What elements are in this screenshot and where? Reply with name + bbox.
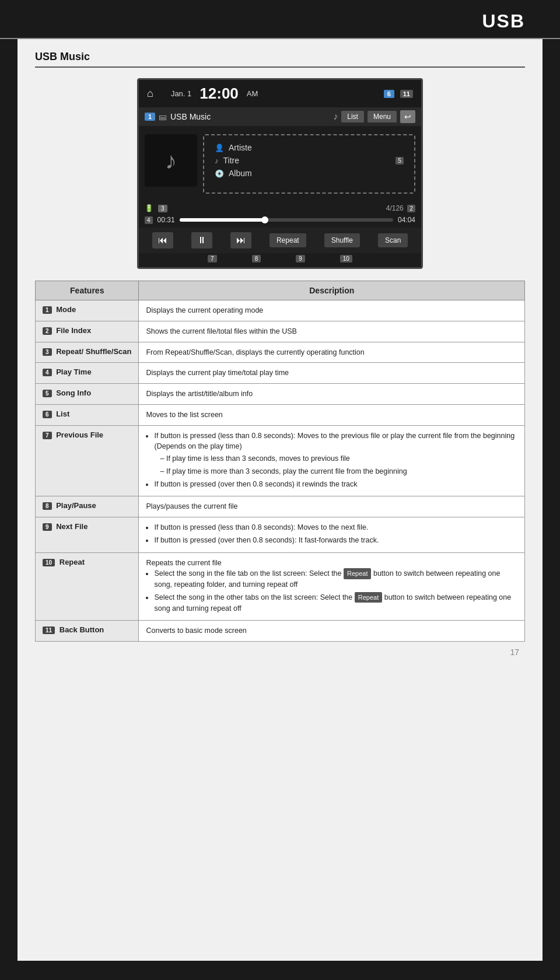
- badge-9: 9: [296, 255, 305, 262]
- list-subitem: If play time is less than 3 seconds, mov…: [160, 453, 517, 464]
- num-badge-11: 11: [43, 626, 55, 634]
- list-item: If button is pressed (over then 0.8 seco…: [154, 479, 517, 490]
- desc-cell-8: Plays/pauses the current file: [139, 496, 525, 517]
- content-area: USB Music ⌂ Jan. 1 12:00 AM 6 11 1 🖴 USB…: [18, 39, 542, 961]
- list-item: If button is pressed (less than 0.8 seco…: [154, 430, 517, 477]
- desc-cell-6: Moves to the list screen: [139, 404, 525, 425]
- current-time: 00:31: [158, 216, 175, 224]
- num-badge-9: 9: [43, 523, 52, 531]
- repeat-badge: Repeat: [355, 592, 382, 603]
- feature-cell-8: 8 Play/Pause: [36, 496, 139, 517]
- feature-cell-3: 3 Repeat/ Shuffle/Scan: [36, 342, 139, 363]
- screen-topbar: ⌂ Jan. 1 12:00 AM 6 11: [139, 80, 421, 107]
- prev-button[interactable]: ⏮: [152, 232, 173, 249]
- page-header: USB: [0, 0, 560, 39]
- num-badge-5: 5: [43, 390, 52, 397]
- screen-time-row: 4 00:31 04:04: [139, 215, 421, 228]
- screen-progress-row: 🔋 3 4/126 2: [139, 202, 421, 215]
- page-title: USB: [482, 10, 525, 32]
- feature-cell-10: 10 Repeat: [36, 552, 139, 621]
- artist-row: 👤 Artiste: [215, 141, 404, 154]
- album-icon: 💿: [215, 169, 224, 178]
- num-badge-3: 3: [43, 348, 52, 356]
- badge-6-topbar: 6: [384, 90, 394, 98]
- num-badge-2: 2: [43, 327, 52, 335]
- badge-10: 10: [340, 255, 352, 262]
- total-time: 04:04: [398, 216, 415, 224]
- feature-cell-4: 4 Play Time: [36, 363, 139, 384]
- title-row: ♪ Titre 5: [215, 154, 404, 167]
- num-badge-4: 4: [43, 369, 52, 376]
- note-icon: ♪: [215, 156, 219, 165]
- artist-icon: 👤: [215, 144, 224, 152]
- scan-button[interactable]: Scan: [378, 233, 408, 247]
- feature-cell-6: 6 List: [36, 404, 139, 425]
- album-label: Album: [229, 169, 252, 178]
- progress-fill: [180, 218, 265, 222]
- screen-controls: ⏮ ⏸ ⏭ Repeat Shuffle Scan: [139, 228, 421, 253]
- desc-cell-3: From Repeat/Shuffle/Scan, displays the c…: [139, 342, 525, 363]
- badge-2: 2: [407, 205, 415, 212]
- screen-badges-row: 7 8 9 10: [139, 253, 421, 267]
- battery-icon: 🔋: [145, 204, 153, 212]
- screen-nav-title: USB Music: [170, 112, 330, 121]
- repeat-button[interactable]: Repeat: [270, 233, 306, 247]
- num-badge-1: 1: [43, 306, 52, 314]
- home-icon: ⌂: [147, 88, 153, 100]
- feature-cell-2: 2 File Index: [36, 321, 139, 342]
- badge-8: 8: [252, 255, 261, 262]
- usb-music-screen: ⌂ Jan. 1 12:00 AM 6 11 1 🖴 USB Music ♪ L…: [137, 78, 423, 269]
- desc-cell-11: Converts to basic mode screen: [139, 621, 525, 642]
- col-features: Features: [36, 281, 139, 300]
- music-icon: ♪: [333, 111, 338, 122]
- progress-dot: [261, 216, 268, 223]
- feature-cell-5: 5 Song Info: [36, 384, 139, 405]
- page-number: 17: [35, 642, 525, 657]
- screen-time: 12:00: [200, 85, 239, 103]
- track-count: 4/126 2: [386, 204, 415, 212]
- usb-icon: 🖴: [159, 112, 167, 121]
- badge-4: 4: [145, 216, 153, 224]
- badge-7: 7: [208, 255, 217, 262]
- section-title: USB Music: [35, 51, 525, 68]
- screen-container: ⌂ Jan. 1 12:00 AM 6 11 1 🖴 USB Music ♪ L…: [35, 78, 525, 269]
- track-info: 4/126: [386, 204, 404, 212]
- desc-cell-4: Displays the current play time/total pla…: [139, 363, 525, 384]
- list-item: Select the song in the file tab on the l…: [154, 568, 517, 590]
- list-item: If button is pressed (less than 0.8 seco…: [154, 522, 517, 533]
- num-badge-8: 8: [43, 502, 52, 510]
- list-item: Select the song in the other tabs on the…: [154, 592, 517, 614]
- feature-cell-9: 9 Next File: [36, 517, 139, 553]
- artist-label: Artiste: [229, 143, 252, 152]
- badge-5: 5: [396, 157, 404, 164]
- num-badge-6: 6: [43, 411, 52, 418]
- screen-navbar: 1 🖴 USB Music ♪ List Menu ↩: [139, 107, 421, 126]
- num-badge-7: 7: [43, 432, 52, 439]
- desc-cell-5: Displays the artist/title/album info: [139, 384, 525, 405]
- album-row: 💿 Album: [215, 167, 404, 180]
- feature-cell-11: 11 Back Button: [36, 621, 139, 642]
- features-table: Features Description 1 ModeDisplays the …: [35, 281, 525, 642]
- pause-button[interactable]: ⏸: [191, 232, 212, 249]
- screen-main: ♪ 👤 Artiste ♪ Titre 5 💿 Album: [139, 126, 421, 202]
- shuffle-button[interactable]: Shuffle: [324, 233, 360, 247]
- desc-cell-10: Repeats the current file Select the song…: [139, 552, 525, 621]
- num-badge-10: 10: [43, 559, 55, 566]
- repeat-badge: Repeat: [344, 568, 371, 579]
- menu-button[interactable]: Menu: [368, 111, 397, 123]
- badge-11-topbar: 11: [400, 90, 413, 98]
- desc-cell-7: If button is pressed (less than 0.8 seco…: [139, 425, 525, 496]
- title-label: Titre: [223, 156, 239, 165]
- list-button[interactable]: List: [341, 111, 364, 123]
- badge-1: 1: [145, 113, 155, 121]
- back-button[interactable]: ↩: [400, 110, 415, 123]
- list-subitem: If play time is more than 3 seconds, pla…: [160, 466, 517, 477]
- feature-cell-7: 7 Previous File: [36, 425, 139, 496]
- desc-cell-9: If button is pressed (less than 0.8 seco…: [139, 517, 525, 553]
- feature-cell-1: 1 Mode: [36, 300, 139, 321]
- desc-cell-1: Displays the current operating mode: [139, 300, 525, 321]
- next-button[interactable]: ⏭: [230, 232, 251, 249]
- progress-bar[interactable]: [180, 218, 393, 222]
- screen-ampm: AM: [247, 89, 258, 98]
- screen-date: Jan. 1: [171, 89, 191, 98]
